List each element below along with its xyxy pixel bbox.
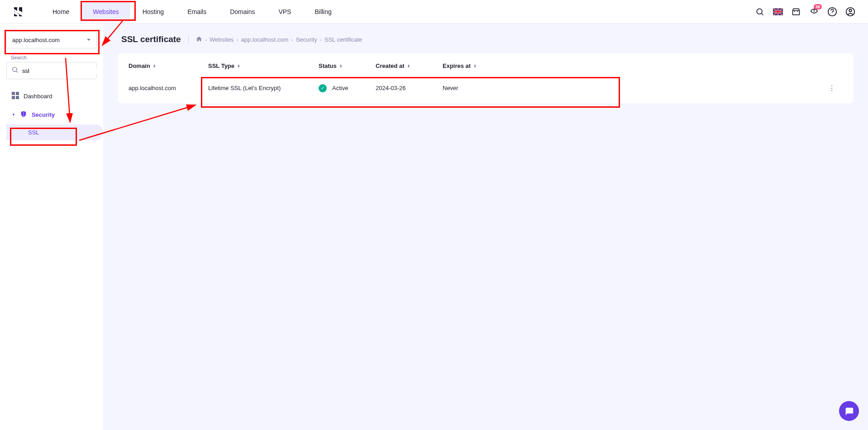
svg-rect-9 <box>16 96 19 99</box>
sidebar: app.localhost.com Search Dashboard ▼ <box>0 24 103 430</box>
nav-links: Home Websites Hosting Emails Domains VPS… <box>42 2 343 22</box>
th-expires[interactable]: Expires at ▲▼ <box>443 62 825 69</box>
th-status[interactable]: Status ▲▼ <box>319 62 376 69</box>
cell-actions: ⋮ <box>825 82 843 94</box>
cell-domain: app.localhost.com <box>129 85 208 91</box>
caret-down-icon: ▼ <box>12 113 15 117</box>
sidebar-item-label: Security <box>32 111 55 118</box>
cell-created: 2024-03-26 <box>376 85 443 91</box>
ssl-table-card: Domain ▲▼ SSL Type ▲▼ Status ▲▼ Created … <box>118 53 854 103</box>
help-icon[interactable] <box>827 7 837 17</box>
chat-icon <box>844 406 854 416</box>
search-input[interactable] <box>22 67 98 74</box>
notification-badge: 36 <box>814 4 822 10</box>
sort-icon: ▲▼ <box>153 64 156 68</box>
notification-icon[interactable]: 36 <box>809 7 819 17</box>
home-icon[interactable] <box>196 36 202 43</box>
search-label: Search <box>6 55 97 60</box>
th-actions <box>825 62 843 69</box>
svg-point-4 <box>849 9 852 12</box>
sidebar-item-dashboard[interactable]: Dashboard <box>6 87 97 105</box>
svg-rect-8 <box>12 96 15 99</box>
sidebar-item-label: SSL <box>28 129 39 136</box>
cell-expires: Never <box>443 85 825 91</box>
main-content: SSL certificate - Websites - app.localho… <box>103 24 868 430</box>
status-check-icon: ✓ <box>319 84 327 92</box>
domain-selector-value: app.localhost.com <box>12 37 60 43</box>
table-row: app.localhost.com Lifetime SSL (Let's En… <box>118 76 854 100</box>
sidebar-item-ssl[interactable]: SSL <box>6 124 103 140</box>
svg-point-5 <box>13 67 17 72</box>
breadcrumb-item: SSL certificate <box>324 36 362 43</box>
search-icon[interactable] <box>755 7 765 17</box>
table-header: Domain ▲▼ SSL Type ▲▼ Status ▲▼ Created … <box>118 56 854 76</box>
cell-status: ✓ Active <box>319 84 376 92</box>
nav-websites[interactable]: Websites <box>82 2 129 22</box>
nav-domains[interactable]: Domains <box>219 2 266 22</box>
store-icon[interactable] <box>791 7 801 17</box>
nav-hosting[interactable]: Hosting <box>132 2 175 22</box>
top-nav: Home Websites Hosting Emails Domains VPS… <box>0 0 868 24</box>
shield-icon <box>20 110 27 119</box>
breadcrumb: - Websites - app.localhost.com - Securit… <box>196 36 362 43</box>
chat-bubble[interactable] <box>839 401 859 421</box>
nav-billing[interactable]: Billing <box>304 2 342 22</box>
sort-icon: ▲▼ <box>473 64 477 68</box>
logo[interactable] <box>13 6 24 17</box>
cell-ssl-type: Lifetime SSL (Let's Encrypt) <box>208 85 319 91</box>
breadcrumb-item[interactable]: Websites <box>210 36 234 43</box>
page-header: SSL certificate - Websites - app.localho… <box>118 34 854 44</box>
nav-right: 36 <box>755 7 855 17</box>
sort-icon: ▲▼ <box>407 64 410 68</box>
th-ssl-type[interactable]: SSL Type ▲▼ <box>208 62 319 69</box>
row-actions-menu[interactable]: ⋮ <box>825 82 839 94</box>
sidebar-item-security[interactable]: ▼ Security <box>6 106 97 124</box>
search-icon <box>11 66 19 75</box>
domain-selector[interactable]: app.localhost.com <box>6 32 97 48</box>
sidebar-search: Search <box>6 55 97 79</box>
sort-icon: ▲▼ <box>339 64 343 68</box>
sort-icon: ▲▼ <box>237 64 240 68</box>
breadcrumb-item[interactable]: app.localhost.com <box>241 36 289 43</box>
nav-home[interactable]: Home <box>42 2 80 22</box>
chevron-down-icon <box>86 37 91 43</box>
nav-vps[interactable]: VPS <box>267 2 302 22</box>
language-flag[interactable] <box>773 7 783 17</box>
account-icon[interactable] <box>845 7 855 17</box>
svg-point-0 <box>757 9 762 14</box>
nav-emails[interactable]: Emails <box>176 2 217 22</box>
ssl-table: Domain ▲▼ SSL Type ▲▼ Status ▲▼ Created … <box>118 56 854 100</box>
th-domain[interactable]: Domain ▲▼ <box>129 62 208 69</box>
breadcrumb-item[interactable]: Security <box>296 36 317 43</box>
page-title: SSL certificate <box>121 34 181 44</box>
svg-rect-6 <box>12 92 15 95</box>
th-created[interactable]: Created at ▲▼ <box>376 62 443 69</box>
separator <box>188 35 189 43</box>
dashboard-icon <box>12 92 19 100</box>
hostinger-logo-icon <box>13 6 24 17</box>
svg-rect-7 <box>16 92 19 95</box>
sidebar-item-label: Dashboard <box>24 93 52 100</box>
